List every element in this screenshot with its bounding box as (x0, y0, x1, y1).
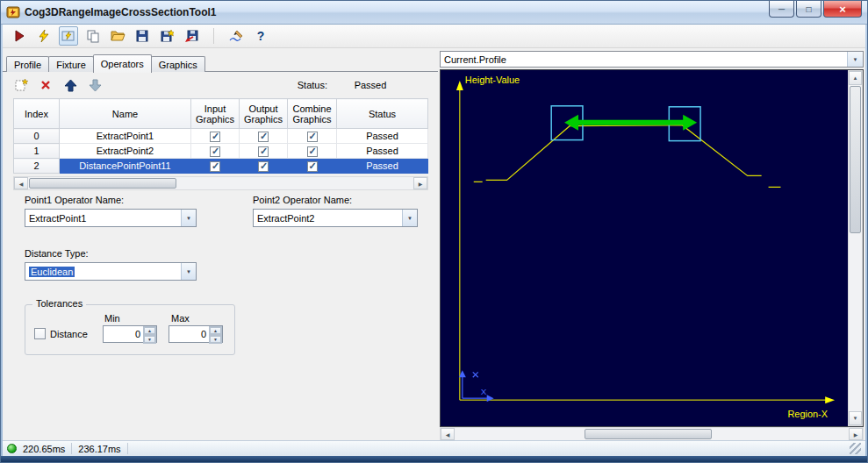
save-image-icon (160, 29, 174, 43)
tab-operators[interactable]: Operators (93, 54, 152, 73)
signature-button[interactable] (226, 26, 246, 46)
close-button[interactable]: × (823, 1, 862, 18)
arrow-up-icon (64, 79, 77, 92)
table-header-row: Index Name Input Graphics Output Graphic… (14, 99, 428, 129)
run-button[interactable] (10, 26, 29, 46)
spin-up-icon[interactable]: ▲ (143, 326, 156, 335)
distance-type-value: Euclidean (29, 267, 75, 277)
tab-profile[interactable]: Profile (6, 56, 49, 72)
main-toolbar: ? (3, 25, 865, 48)
cell-name: DistancePointPoint11 (60, 159, 191, 174)
column-header-name[interactable]: Name (60, 99, 191, 129)
add-operator-button[interactable] (13, 77, 29, 93)
cell-combine-graphics (288, 159, 337, 174)
cell-status: Passed (337, 159, 428, 174)
save-button[interactable] (133, 26, 152, 46)
tab-strip: Profile Fixture Operators Graphics (6, 53, 204, 72)
point1-operator-combobox[interactable]: ExtractPoint1 ▼ (25, 209, 197, 227)
signature-icon (229, 29, 244, 43)
window-controls: ─ □ × (767, 1, 862, 18)
cell-input-graphics (191, 159, 240, 174)
spin-down-icon[interactable]: ▼ (209, 335, 222, 344)
statusbar-separator (127, 443, 128, 454)
spin-down-icon[interactable]: ▼ (143, 335, 156, 344)
point1-operator-label: Point1 Operator Name: (25, 195, 124, 205)
cell-name: ExtractPoint2 (60, 144, 191, 159)
input-graphics-checkbox[interactable] (210, 132, 220, 142)
scrollbar-thumb[interactable] (29, 178, 176, 189)
cell-output-graphics (240, 144, 288, 159)
column-header-index[interactable]: Index (14, 99, 60, 129)
table-row[interactable]: 1 ExtractPoint2 Passed (14, 144, 428, 159)
table-horizontal-scrollbar[interactable]: ◀ ▶ (13, 176, 428, 190)
column-header-combine-graphics[interactable]: Combine Graphics (288, 99, 337, 129)
scroll-right-icon[interactable]: ▶ (849, 428, 863, 440)
column-header-input-graphics[interactable]: Input Graphics (191, 99, 240, 129)
scroll-up-icon[interactable]: ▲ (849, 71, 862, 85)
chevron-down-icon[interactable]: ▼ (181, 263, 196, 280)
minimize-button[interactable]: ─ (769, 1, 794, 18)
tab-fixture[interactable]: Fixture (48, 56, 94, 72)
chart-vertical-scrollbar[interactable]: ▲ ▼ (848, 70, 863, 426)
table-row-selected[interactable]: 2 DistancePointPoint11 Passed (14, 159, 428, 174)
tab-label: Fixture (56, 60, 86, 70)
minimize-icon: ─ (778, 4, 785, 14)
operators-tabpage: Status: Passed Index Name Input Graphics… (3, 71, 438, 440)
point2-operator-combobox[interactable]: ExtractPoint2 ▼ (253, 209, 418, 227)
tab-graphics[interactable]: Graphics (151, 56, 205, 72)
column-header-output-graphics[interactable]: Output Graphics (240, 99, 288, 129)
combine-graphics-checkbox[interactable] (307, 161, 318, 172)
spinner-buttons: ▲ ▼ (209, 326, 222, 342)
distance-tolerance-checkbox[interactable] (34, 328, 46, 339)
cell-status: Passed (337, 129, 428, 144)
chevron-down-icon[interactable]: ▼ (181, 210, 196, 226)
scrollbar-track[interactable] (455, 428, 849, 440)
table-row[interactable]: 0 ExtractPoint1 Passed (14, 129, 428, 144)
combine-graphics-checkbox[interactable] (307, 146, 318, 157)
delete-operator-button[interactable] (38, 77, 54, 93)
open-button[interactable] (108, 26, 127, 46)
chevron-down-icon[interactable]: ▼ (847, 52, 863, 67)
scroll-left-icon[interactable]: ◀ (14, 177, 28, 189)
scrollbar-thumb[interactable] (585, 429, 712, 439)
scroll-left-icon[interactable]: ◀ (441, 428, 455, 440)
help-button[interactable]: ? (251, 26, 270, 46)
maximize-button[interactable]: □ (796, 1, 821, 18)
electric-display-toggle[interactable] (59, 26, 78, 46)
point1-operator-value: ExtractPoint1 (25, 210, 181, 226)
output-graphics-checkbox[interactable] (258, 146, 269, 157)
input-graphics-checkbox[interactable] (210, 146, 220, 157)
total-time: 236.17ms (78, 444, 120, 454)
chart-horizontal-scrollbar[interactable]: ◀ ▶ (440, 427, 864, 441)
chevron-down-icon[interactable]: ▼ (402, 210, 417, 226)
move-up-button[interactable] (62, 77, 78, 93)
run-icon (12, 29, 26, 43)
tab-label: Graphics (159, 60, 197, 70)
input-graphics-checkbox[interactable] (210, 161, 220, 172)
spinner-buttons: ▲ ▼ (143, 326, 156, 342)
distance-max-input[interactable]: 0 ▲ ▼ (169, 325, 223, 343)
run-electric-button[interactable] (34, 26, 54, 46)
resize-grip[interactable] (850, 443, 861, 454)
save-image-button[interactable] (157, 26, 176, 46)
scroll-right-icon[interactable]: ▶ (413, 177, 427, 189)
scrollbar-track[interactable] (28, 177, 413, 189)
open-folder-icon (111, 29, 126, 43)
combine-graphics-checkbox[interactable] (307, 132, 318, 142)
scrollbar-track[interactable] (849, 85, 862, 411)
scrollbar-thumb[interactable] (850, 86, 861, 233)
record-selector-combobox[interactable]: Current.Profile ▼ (440, 51, 864, 68)
distance-type-combobox[interactable]: Euclidean ▼ (25, 262, 197, 281)
move-down-button[interactable] (87, 77, 103, 93)
cell-index: 2 (14, 159, 60, 174)
import-button[interactable] (182, 26, 201, 46)
output-graphics-checkbox[interactable] (258, 132, 269, 142)
output-graphics-checkbox[interactable] (258, 161, 269, 172)
window-title: Cog3DRangeImageCrossSectionTool1 (25, 6, 216, 18)
column-header-status[interactable]: Status (337, 99, 428, 129)
spin-up-icon[interactable]: ▲ (209, 326, 222, 335)
scroll-down-icon[interactable]: ▼ (849, 411, 862, 425)
copy-results-button[interactable] (83, 26, 103, 46)
cell-combine-graphics (288, 129, 337, 144)
distance-min-input[interactable]: 0 ▲ ▼ (103, 325, 157, 343)
